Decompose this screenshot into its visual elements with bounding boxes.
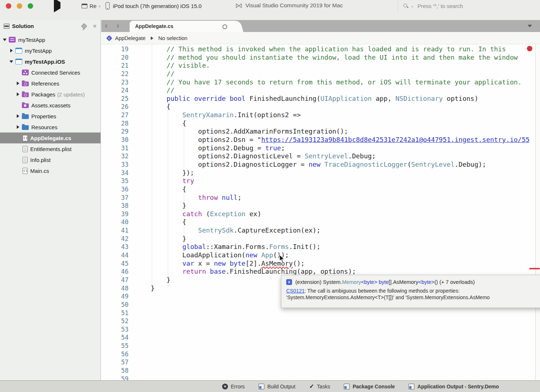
run-button[interactable] [54,2,63,10]
code-line-27[interactable]: 27 SentryXamarin.Init(options2 => [101,111,535,119]
code-text[interactable]: global::Xamarin.Forms.Forms.Init(); [151,243,320,251]
code-editor[interactable]: 19 // This method is invoked when the ap… [101,44,540,380]
disclosure-right-icon[interactable] [15,125,21,129]
code-text[interactable]: SentrySdk.CaptureException(ex); [151,226,320,235]
bottom-tab-errors[interactable]: ✕Errors [222,384,245,389]
device-selector[interactable]: iPod touch (7th generation) iOS 15.0 [106,2,202,9]
breadcrumb-selection[interactable]: No selection [158,35,188,41]
code-text[interactable]: }); [151,169,194,177]
minimize-window-button[interactable] [17,3,22,9]
line-number[interactable]: 53 [101,325,129,334]
sidebar-item-appdelegate-cs[interactable]: AppDelegate.cs [0,132,100,143]
sidebar-item-mytestapp-ios-project[interactable]: myTestApp.iOS [0,56,100,67]
code-text[interactable]: { [151,185,186,194]
code-line-31[interactable]: 31 options2.Debug = true; [101,144,535,153]
error-code-link[interactable]: CS0121 [286,288,305,294]
code-line-20[interactable]: 20 // method you should instantiate the … [101,54,535,62]
code-text[interactable]: catch (Exception ex) [151,210,261,218]
code-line-45[interactable]: 45 var x = new byte[2].AsMemory(); [101,260,535,268]
line-number[interactable]: 33 [101,161,129,169]
line-number[interactable]: 21 [101,62,129,70]
code-text[interactable]: } [151,202,186,210]
line-number[interactable]: 42 [101,235,129,243]
breadcrumb-class[interactable]: AppDelegate [115,35,146,41]
sidebar-item-packages[interactable]: Packages(2 updates) [0,89,100,100]
sidebar-item-assets-xcassets[interactable]: Assets.xcassets [0,100,100,111]
line-number[interactable]: 32 [101,152,129,161]
code-text[interactable]: { [151,103,170,111]
code-text[interactable]: { [151,119,186,128]
disclosure-right-icon[interactable] [15,82,21,85]
code-text[interactable]: // [151,86,174,95]
line-number[interactable]: 29 [101,127,129,136]
code-line-23[interactable]: 23 // You have 17 seconds to return from… [101,78,535,87]
line-number[interactable]: 51 [101,309,129,317]
line-number[interactable]: 31 [101,144,129,153]
line-number[interactable]: 49 [101,292,129,301]
code-line-43[interactable]: 43 global::Xamarin.Forms.Forms.Init(); [101,243,535,251]
code-line-42[interactable]: 42 } [101,235,535,243]
line-number[interactable]: 58 [101,367,129,375]
code-line-32[interactable]: 32 options2.DiagnosticLevel = SentryLeve… [101,152,535,161]
code-line-37[interactable]: 37 throw null; [101,194,535,202]
sidebar-item-mytestapp-solution[interactable]: myTestApp [0,34,100,45]
line-number[interactable]: 26 [101,103,129,111]
sidebar-item-references[interactable]: References [0,78,100,89]
code-line-52[interactable]: 52 [101,317,535,325]
code-line-41[interactable]: 41 SentrySdk.CaptureException(ex); [101,226,535,235]
code-text[interactable]: } [151,235,186,243]
line-number[interactable]: 59 [101,375,129,380]
line-number[interactable]: 55 [101,342,129,350]
line-number[interactable]: 57 [101,358,129,367]
modified-indicator-icon[interactable] [222,24,227,29]
code-line-30[interactable]: 30 options2.Dsn = "https://5a193123a9b84… [101,136,535,144]
code-text[interactable]: // You have 17 seconds to return from th… [151,78,522,87]
disclosure-down-icon[interactable] [8,60,15,63]
bottom-tab-application-output[interactable]: Application Output - Sentry.Demo [409,384,499,389]
sidebar-item-entitlements-plist[interactable]: Entitlements.plist [0,143,100,154]
code-line-21[interactable]: 21 // visible. [101,62,535,70]
code-lines[interactable]: 19 // This method is invoked when the ap… [101,45,535,380]
sidebar-item-info-plist[interactable]: Info.plist [0,154,100,165]
code-line-57[interactable]: 57 [101,358,535,367]
navigate-forward-button[interactable]: › [117,20,119,31]
code-text[interactable]: SentryXamarin.Init(options2 => [151,111,301,119]
sidebar-item-main-cs[interactable]: Main.cs [0,165,100,176]
line-number[interactable]: 56 [101,350,129,359]
build-config-selector[interactable]: Re › [82,3,100,9]
code-line-25[interactable]: 25 public override bool FinishedLaunchin… [101,95,535,103]
code-line-56[interactable]: 56 [101,350,535,359]
code-text[interactable]: LoadApplication(new App()); [151,251,289,260]
line-number[interactable]: 30 [101,136,129,144]
code-line-35[interactable]: 35 try [101,177,535,185]
code-line-54[interactable]: 54 [101,333,535,342]
code-text[interactable]: // method you should instantiate the win… [151,54,518,62]
code-line-36[interactable]: 36 { [101,185,535,194]
line-number[interactable]: 27 [101,111,129,119]
code-line-28[interactable]: 28 { [101,119,535,128]
bottom-tab-tasks[interactable]: ✓Tasks [309,383,330,390]
code-text[interactable]: options2.Dsn = "https://5a193123a9b841bc… [151,136,529,144]
code-line-39[interactable]: 39 catch (Exception ex) [101,210,535,218]
code-line-55[interactable]: 55 [101,342,535,350]
pin-icon[interactable] [81,23,87,29]
line-number[interactable]: 38 [101,202,129,210]
code-text[interactable]: options2.Debug = true; [151,144,285,153]
code-text[interactable]: { [151,218,186,226]
sidebar-item-resources[interactable]: Resources [0,122,100,132]
code-text[interactable]: } [151,284,155,293]
code-line-58[interactable]: 58 [101,367,535,375]
tab-list-dropdown-icon[interactable] [528,25,532,27]
disclosure-right-icon[interactable] [15,92,21,96]
line-number[interactable]: 45 [101,260,129,268]
line-number[interactable]: 24 [101,86,129,95]
sidebar-item-mytestapp-project[interactable]: myTestApp [0,45,100,56]
code-line-22[interactable]: 22 // [101,70,535,78]
tab-appdelegate[interactable]: AppDelegate.cs [130,21,236,32]
code-text[interactable]: } [151,276,170,284]
disclosure-right-icon[interactable] [8,49,15,52]
code-line-19[interactable]: 19 // This method is invoked when the ap… [101,45,535,54]
code-text[interactable]: // This method is invoked when the appli… [151,45,506,54]
zoom-window-button[interactable] [28,3,33,9]
line-number[interactable]: 39 [101,210,129,218]
